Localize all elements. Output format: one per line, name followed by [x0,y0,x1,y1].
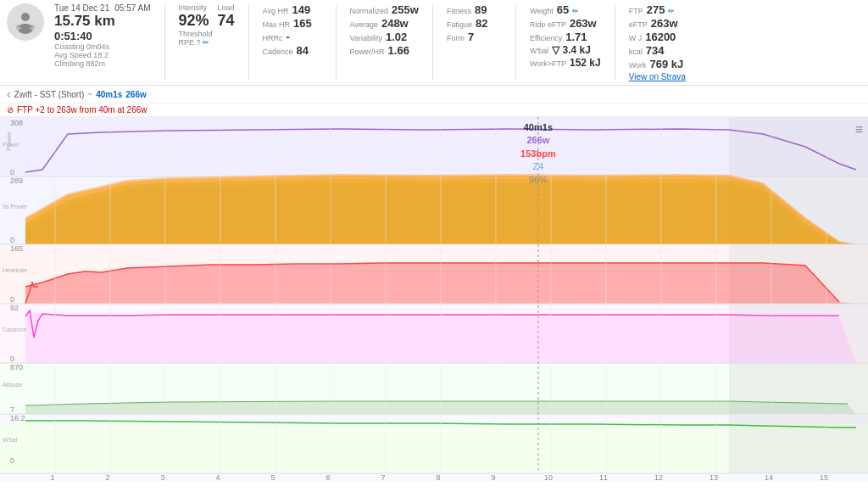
intensity-label: Intensity [179,3,209,12]
form-label: Form [447,34,465,42]
svg-text:Power: Power [3,142,20,148]
average-val: 248w [381,17,409,30]
kcal-val: 734 [646,44,665,57]
ftp-val: 275 [647,3,665,16]
ride-eftp-val: 263w [570,17,597,30]
eftp-val: 263w [651,17,678,30]
avg-hr-label: Avg HR [263,7,289,15]
kcal-label: kcal [629,48,643,56]
svg-text:8: 8 [436,473,440,482]
ftp-edit[interactable]: ✏ [668,7,675,15]
ftp-label: FTP [629,7,643,15]
intensity-val: 92% [179,12,209,30]
alt-zero-label: 7 [10,405,14,414]
variability-label: Variability [350,34,382,42]
efficiency-val: 1.71 [565,31,587,43]
work-val: 769 kJ [650,58,684,70]
wbal-label: W'bal [530,47,548,55]
cadence-zero-label: 0 [10,355,14,363]
power-max-label: 308 [10,119,23,127]
svg-text:Altitude: Altitude [3,382,22,388]
hrrc-val: - [287,31,290,43]
svg-text:6: 6 [326,473,330,482]
svg-text:9: 9 [491,473,495,482]
normalized-label: Normalized [350,7,389,15]
date-label: Tue 14 Dec 21 [54,3,109,13]
svg-text:3: 3 [160,473,164,482]
distance: 15.75 km [54,13,151,30]
svg-point-0 [21,13,30,21]
ftp-update: FTP +2 to 263w from 40m at 266w [17,105,147,115]
alt-max-label: 870 [10,363,23,372]
weight-val: 65 [557,3,569,16]
max-hr-label: Max HR [263,20,291,29]
charts-svg: 308 0 Power 289 0 165 0 [0,117,868,482]
svg-text:14: 14 [765,473,773,482]
duration: 0:51:40 [54,30,151,42]
average-label: Average [350,20,378,29]
svg-text:W'bal: W'bal [3,437,18,443]
avatar [7,3,44,41]
cadence-label: Cadence [263,48,293,56]
fitness-label: Fitness [447,7,471,15]
wbal-zero-label: 0 [10,456,14,465]
zwift-power[interactable]: 266w [125,90,146,99]
threshold-label: Threshold [179,30,235,38]
fatigue-label: Fatigue [447,20,472,29]
efficiency-label: Efficiency [530,34,562,42]
hr-zero-label: 0 [10,295,14,304]
svg-text:4: 4 [215,473,220,482]
climbing: Climbing 882m [54,59,151,68]
form-val: 7 [468,31,474,43]
zwift-time[interactable]: 40m1s [96,90,122,99]
avg-speed: Avg Speed 18.2 [54,51,151,59]
svg-text:11: 11 [599,473,608,482]
rpe-row: RPE ? ✏ [179,38,235,47]
notes-icon[interactable]: ≡ [855,122,863,137]
work-label: Work [629,61,647,70]
zwift-label: Zwift - SST (Short) [14,90,85,99]
w-label: W J [629,34,643,42]
charts-area: 40m1s 266w 153bpm Z4 96% ≡ [0,117,868,482]
normalized-val: 255w [392,3,419,16]
rpe-edit-icon[interactable]: ✏ [203,38,209,47]
weight-edit[interactable]: ✏ [572,7,579,15]
cadence-val: 84 [297,44,309,57]
power-hr-label: Power/HR [350,48,385,56]
svg-text:13: 13 [709,473,718,482]
hrrc-label: HRRc [263,34,283,42]
svg-text:Heartrate: Heartrate [3,267,27,273]
svg-text:12: 12 [654,473,663,482]
eftp-label: eFTP [629,20,648,29]
svg-text:1: 1 [50,473,54,482]
work-ftp-val: 152 kJ [570,57,601,69]
hr-max-label: 165 [10,244,23,253]
strava-link[interactable]: View on Strava [629,72,686,81]
w-val: 16200 [645,31,676,43]
wbal-val: ▽ 3.4 kJ [552,44,591,56]
load-val: 74 [218,12,235,30]
svg-text:5: 5 [270,473,275,482]
time-label: 05:57 AM [114,3,150,13]
svg-text:3s Power: 3s Power [3,204,28,210]
svg-text:7: 7 [381,473,385,482]
back-arrow[interactable]: ‹ [7,87,11,101]
svg-text:15: 15 [820,473,828,482]
svg-text:10: 10 [544,473,553,482]
load-label: Load [218,3,235,12]
fitness-val: 89 [475,3,487,16]
header-bar: Tue 14 Dec 21 05:57 AM 15.75 km 0:51:40 … [0,0,868,86]
power3s-zero-label: 0 [10,236,14,244]
work-ftp-label: Work>FTP [530,59,566,68]
fatigue-val: 82 [476,17,487,30]
power-zero-label: 0 [10,168,14,176]
power-hr-val: 1.66 [388,44,409,57]
cadence-max-label: 92 [10,304,19,312]
wbal-max-label: 16.2 [10,414,25,422]
coasting: Coasting 0m04s [54,42,151,51]
svg-text:2: 2 [105,473,109,482]
max-hr-val: 165 [293,17,312,30]
power3s-max-label: 289 [10,176,23,185]
variability-val: 1.02 [386,31,407,43]
ride-eftp-label: Ride eFTP [530,20,566,29]
